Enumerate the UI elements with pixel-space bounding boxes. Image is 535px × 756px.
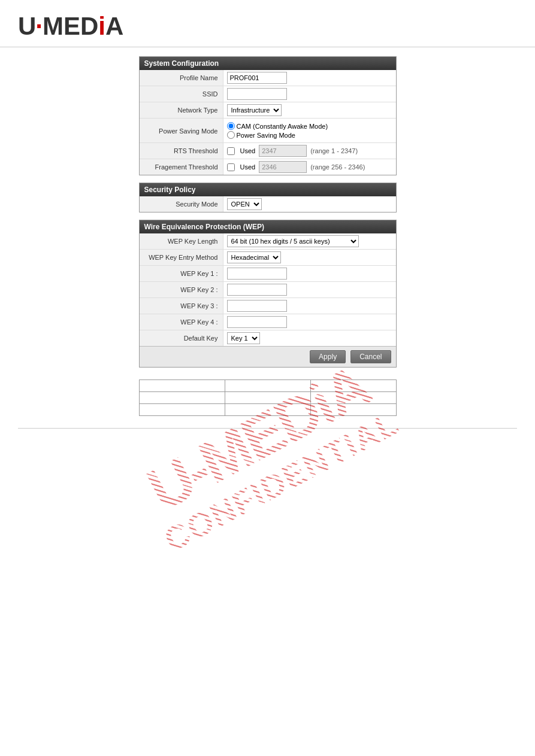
rts-used-checkbox[interactable] [227,147,235,155]
table-row [139,404,396,416]
ssid-input[interactable] [227,88,287,100]
main-content: System Configuration Profile Name SSID N… [0,56,535,368]
table-cell [310,380,396,392]
fragment-control: Used (range 256 - 2346) [223,159,396,175]
ssid-control [223,86,396,102]
bottom-section [0,379,535,416]
default-key-label: Default Key [140,330,223,346]
rts-value-input[interactable] [259,145,307,157]
wep-key1-control [223,266,396,281]
profile-name-control [223,70,396,86]
wep-key4-input[interactable] [227,316,287,328]
wep-entry-method-select[interactable]: Hexadecimal ASCII [227,251,281,263]
security-mode-row: Security Mode OPEN WEP WPA WPA2 [140,196,396,212]
profile-name-label: Profile Name [140,70,223,86]
fragment-label: Fragement Threshold [140,159,223,175]
security-policy-panel: Security Policy Security Mode OPEN WEP W… [139,183,397,212]
logo-media: MEDiA [43,12,123,41]
button-row: Apply Cancel [140,346,396,367]
fragment-range: (range 256 - 2346) [310,163,365,171]
wep-key1-input[interactable] [227,268,287,280]
cancel-button[interactable]: Cancel [350,350,391,363]
wep-panel: Wire Equivalence Protection (WEP) WEP Ke… [139,220,397,368]
wep-key-length-select[interactable]: 64 bit (10 hex digits / 5 ascii keys) 12… [227,235,359,247]
wep-entry-method-label: WEP Key Entry Method [140,250,223,265]
wep-key4-control [223,314,396,330]
rts-threshold-row: Used (range 1 - 2347) [227,145,358,157]
ssid-label: SSID [140,86,223,102]
wep-key2-control [223,282,396,297]
wep-key3-control [223,298,396,314]
wep-title: Wire Equivalence Protection (WEP) [140,220,396,233]
table-cell [225,392,310,404]
rts-used-label: Used [240,147,256,154]
wep-key4-row: WEP Key 4 : [140,314,396,330]
default-key-row: Default Key Key 1 Key 2 Key 3 Key 4 [140,330,396,346]
fragment-used-checkbox[interactable] [227,163,235,171]
rts-control: Used (range 1 - 2347) [223,143,396,159]
profile-name-input[interactable] [227,72,287,84]
table-cell [310,392,396,404]
apply-button[interactable]: Apply [310,350,346,363]
table-cell [225,380,310,392]
power-saving-row: Power Saving Mode CAM (Constantly Awake … [140,119,396,143]
wep-key2-row: WEP Key 2 : [140,282,396,298]
rts-label: RTS Threshold [140,143,223,159]
network-type-control: Infrastructure Ad-hoc [223,102,396,118]
logo: U · MEDiA [18,12,517,41]
logo-dot: · [35,12,43,41]
footer [18,428,517,433]
security-mode-select[interactable]: OPEN WEP WPA WPA2 [227,198,262,210]
ssid-row: SSID [140,86,396,102]
network-type-label: Network Type [140,102,223,118]
rts-row: RTS Threshold Used (range 1 - 2347) [140,143,396,159]
wep-key3-input[interactable] [227,300,287,312]
wep-key4-label: WEP Key 4 : [140,314,223,330]
table-row [139,380,396,392]
wep-key1-label: WEP Key 1 : [140,266,223,281]
table-cell [139,380,225,392]
wep-key-length-control: 64 bit (10 hex digits / 5 ascii keys) 12… [223,233,396,249]
fragment-value-input[interactable] [259,161,307,173]
rts-range: (range 1 - 2347) [310,147,358,154]
fragment-threshold-row: Used (range 256 - 2346) [227,161,365,173]
security-mode-control: OPEN WEP WPA WPA2 [223,196,396,212]
network-type-select[interactable]: Infrastructure Ad-hoc [227,104,282,116]
power-saving-label: Power Saving Mode [140,119,223,142]
fragment-row: Fragement Threshold Used (range 256 - 23… [140,159,396,175]
logo-u: U [18,12,35,41]
power-saving-control: CAM (Constantly Awake Mode) Power Saving… [223,119,396,142]
cam-option[interactable]: CAM (Constantly Awake Mode) [227,122,328,130]
cam-label: CAM (Constantly Awake Mode) [237,123,328,130]
wep-entry-method-control: Hexadecimal ASCII [223,250,396,265]
wep-key-length-row: WEP Key Length 64 bit (10 hex digits / 5… [140,233,396,250]
wep-key2-input[interactable] [227,284,287,296]
security-policy-body: Security Mode OPEN WEP WPA WPA2 [140,196,396,212]
table-row [139,392,396,404]
wep-key1-row: WEP Key 1 : [140,266,396,282]
wep-key-length-label: WEP Key Length [140,233,223,249]
table-cell [139,392,225,404]
power-saving-radio-group: CAM (Constantly Awake Mode) Power Saving… [227,120,328,141]
power-save-label: Power Saving Mode [237,132,295,139]
wep-key3-row: WEP Key 3 : [140,298,396,314]
wep-body: WEP Key Length 64 bit (10 hex digits / 5… [140,233,396,346]
wep-key3-label: WEP Key 3 : [140,298,223,314]
network-type-row: Network Type Infrastructure Ad-hoc [140,102,396,119]
cam-radio[interactable] [227,122,235,130]
power-save-radio[interactable] [227,131,235,139]
table-cell [225,404,310,416]
security-policy-title: Security Policy [140,183,396,196]
system-config-title: System Configuration [140,57,396,70]
default-key-control: Key 1 Key 2 Key 3 Key 4 [223,330,396,346]
system-config-body: Profile Name SSID Network Type Infrastru… [140,70,396,175]
wep-key2-label: WEP Key 2 : [140,282,223,297]
default-key-select[interactable]: Key 1 Key 2 Key 3 Key 4 [227,332,260,344]
power-save-option[interactable]: Power Saving Mode [227,131,328,139]
table-cell [310,404,396,416]
watermark-line2: CONFIDENTIAL [158,403,406,560]
system-config-panel: System Configuration Profile Name SSID N… [139,56,397,175]
profile-name-row: Profile Name [140,70,396,86]
security-mode-label: Security Mode [140,196,223,212]
wep-entry-method-row: WEP Key Entry Method Hexadecimal ASCII [140,250,396,266]
